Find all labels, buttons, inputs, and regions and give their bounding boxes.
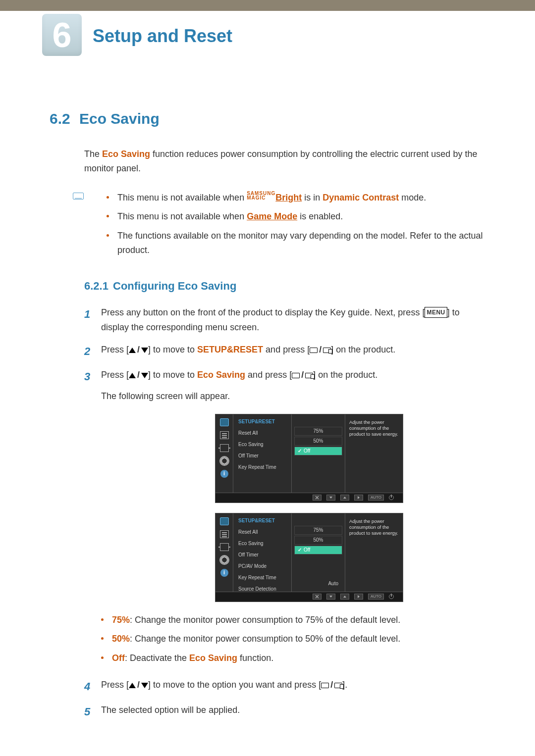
text: : Change the monitor power consumption t…: [130, 634, 400, 644]
subsection-heading: 6.2.1Configuring Eco Saving: [84, 280, 485, 293]
osd-value-auto: Auto: [294, 579, 342, 588]
osd-menu-item: Reset All: [238, 528, 291, 536]
bright-link[interactable]: Bright: [275, 193, 302, 202]
osd-category-icons: i: [215, 414, 233, 493]
osd-right-icon: [354, 594, 363, 600]
size-icon: [220, 444, 229, 452]
text: The following screen will appear.: [101, 389, 485, 404]
slash: /: [318, 345, 323, 354]
eco-saving-term: Eco Saving: [102, 149, 150, 159]
enter-icon: [323, 348, 331, 353]
step-number: 4: [84, 677, 101, 696]
osd-control-bar: AUTO: [215, 592, 403, 602]
gear-icon: [220, 457, 228, 465]
up-arrow-icon: [129, 683, 136, 688]
picture-icon: [220, 418, 229, 426]
osd-menu-list: SETUP&RESET Reset All Eco Saving Off Tim…: [233, 513, 292, 592]
note-item-3: The functions available on the monitor m…: [107, 229, 485, 257]
text: ] to move to the option you want and pre…: [148, 680, 321, 690]
osd-menu-item: Source Detection: [238, 585, 291, 593]
select-icon: [292, 373, 300, 378]
osd-down-icon: [326, 594, 335, 600]
step-1: 1 Press any button on the front of the p…: [84, 305, 485, 335]
text: Press [: [101, 345, 129, 354]
text: ] on the product.: [331, 345, 395, 354]
select-icon: [321, 683, 329, 688]
osd-menu-item: PC/AV Mode: [238, 562, 291, 570]
text: Press [: [101, 680, 129, 690]
osd-up-icon: [340, 594, 349, 600]
result-50: 50%: Change the monitor power consumptio…: [101, 632, 485, 646]
osd-value-selected: Off: [294, 447, 342, 455]
picture-icon: [220, 517, 229, 525]
osd-value-list: 75% 50% Off: [292, 414, 345, 493]
step-body: Press [/] to move to SETUP&RESET and pre…: [101, 342, 485, 360]
osd-auto-button: AUTO: [368, 495, 384, 501]
note-icon: [73, 193, 84, 200]
top-bar: [0, 0, 535, 11]
chapter-title: Setup and Reset: [93, 26, 232, 47]
osd-category-icons: i: [215, 513, 233, 592]
osd-value: 75%: [294, 427, 342, 436]
game-mode-link[interactable]: Game Mode: [247, 211, 297, 221]
section-heading: 6.2Eco Saving: [50, 110, 485, 127]
osd-description: Adjust the power consumption of the prod…: [345, 414, 403, 493]
intro-text: The: [84, 149, 102, 159]
note-item-1: This menu is not available when SAMSUNGM…: [107, 191, 485, 205]
osd-right-icon: [354, 495, 363, 501]
text: is enabled.: [297, 211, 343, 221]
osd-header: SETUP&RESET: [238, 417, 291, 426]
osd-menu-item: Key Repeat Time: [238, 573, 291, 582]
intro-paragraph: The Eco Saving function reduces power co…: [84, 147, 485, 176]
down-arrow-icon: [141, 348, 148, 353]
text: is in: [302, 193, 322, 202]
size-icon: [220, 543, 229, 551]
info-icon: i: [220, 470, 228, 478]
osd-description: Adjust the power consumption of the prod…: [345, 513, 403, 592]
osd-control-bar: AUTO: [215, 493, 403, 503]
osd-value-selected: Off: [294, 546, 342, 554]
osd-auto-button: AUTO: [368, 594, 384, 600]
enter-icon: [334, 683, 342, 688]
step-3: 3 Press [/] to move to Eco Saving and pr…: [84, 367, 485, 670]
osd-close-icon: [313, 594, 321, 600]
osd-value-list: 75% 50% Off Auto: [292, 513, 345, 592]
down-arrow-icon: [141, 373, 148, 378]
select-icon: [310, 348, 318, 353]
osd-value: 75%: [294, 526, 342, 535]
dynamic-contrast-term: Dynamic Contrast: [322, 193, 399, 202]
menu-button-icon: MENU: [425, 307, 447, 318]
step-number: 3: [84, 367, 101, 670]
osd-screenshot-2: i SETUP&RESET Reset All Eco Saving Off T…: [215, 513, 403, 602]
slash: /: [329, 680, 334, 690]
up-arrow-icon: [129, 373, 136, 378]
step-body: Press [/] to move to Eco Saving and pres…: [101, 367, 485, 670]
gear-icon: [220, 556, 228, 564]
text: and press [: [245, 370, 292, 380]
step-5: 5 The selected option will be applied.: [84, 703, 485, 721]
note-block: This menu is not available when SAMSUNGM…: [107, 191, 485, 257]
step-body: Press [/] to move to the option you want…: [101, 677, 485, 696]
subsection-number: 6.2.1: [84, 280, 113, 293]
text: function.: [237, 653, 273, 663]
chapter-badge: 6: [42, 14, 82, 56]
text: : Change the monitor power consumption t…: [130, 615, 400, 625]
step-number: 2: [84, 342, 101, 360]
step-body: Press any button on the front of the pro…: [101, 305, 485, 335]
step-2: 2 Press [/] to move to SETUP&RESET and p…: [84, 342, 485, 360]
text: This menu is not available when: [117, 211, 247, 221]
slash: /: [300, 370, 305, 380]
eco-saving-term: Eco Saving: [189, 653, 237, 663]
note-item-2: This menu is not available when Game Mod…: [107, 209, 485, 224]
osd-menu-item: Key Repeat Time: [238, 463, 291, 471]
text: This menu is not available when: [117, 193, 247, 202]
enter-icon: [305, 373, 313, 378]
setup-reset-term: SETUP&RESET: [197, 345, 263, 354]
text: ] on the product.: [313, 370, 377, 380]
page-header: 6 Setup and Reset: [0, 11, 535, 56]
osd-value: 50%: [294, 536, 342, 545]
text: : Deactivate the: [125, 653, 189, 663]
term: 75%: [112, 615, 130, 625]
power-icon: [389, 495, 394, 500]
text: ] to move to: [148, 345, 197, 354]
